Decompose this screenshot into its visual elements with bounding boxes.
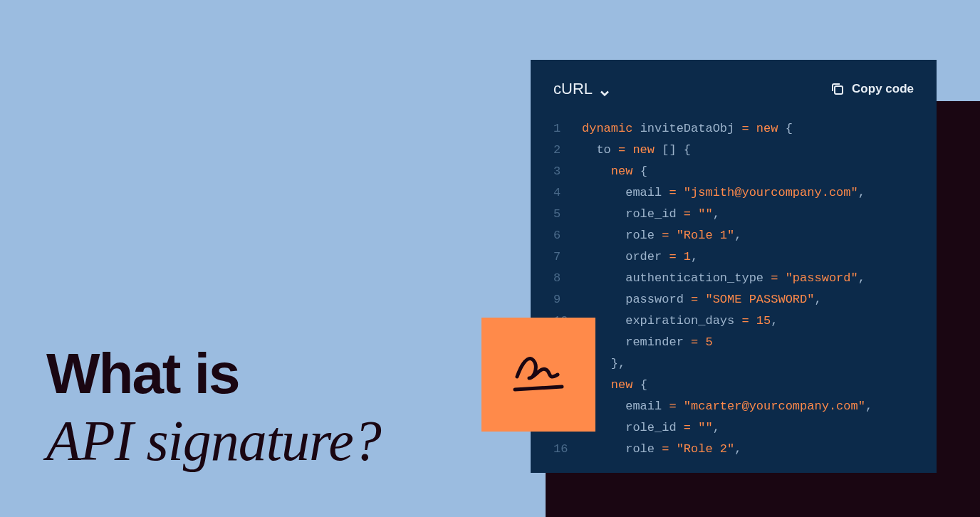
- code-line: 4 email = "jsmith@yourcompany.com",: [553, 182, 914, 204]
- code-line: 2 to = new [] {: [553, 140, 914, 161]
- language-label: cURL: [553, 80, 593, 98]
- code-line: 5 role_id = "",: [553, 204, 914, 225]
- line-number: 7: [553, 246, 582, 268]
- code-header: cURL Copy code: [531, 80, 937, 118]
- language-dropdown[interactable]: cURL: [553, 80, 610, 98]
- copy-label: Copy code: [852, 82, 914, 96]
- svg-rect-0: [835, 86, 843, 94]
- line-number: 2: [553, 140, 582, 161]
- code-line: 7 order = 1,: [553, 246, 914, 268]
- code-content: role = "Role 2",: [582, 439, 741, 460]
- signature-badge: [481, 318, 595, 432]
- page-heading: What is API signature?: [46, 345, 381, 474]
- code-content: order = 1,: [582, 246, 698, 268]
- code-content: expiration_days = 15,: [582, 310, 778, 332]
- code-line: 11 reminder = 5: [553, 332, 914, 353]
- line-number: 4: [553, 182, 582, 204]
- code-content: password = "SOME PASSWORD",: [582, 289, 822, 310]
- copy-code-button[interactable]: Copy code: [830, 82, 914, 96]
- line-number: 1: [553, 118, 582, 140]
- code-line: 10 expiration_days = 15,: [553, 310, 914, 332]
- code-content: authentication_type = "password",: [582, 268, 865, 289]
- line-number: 9: [553, 289, 582, 310]
- code-content: email = "jsmith@yourcompany.com",: [582, 182, 865, 204]
- code-line: 1dynamic inviteDataObj = new {: [553, 118, 914, 140]
- code-content: email = "mcarter@yourcompany.com",: [582, 396, 872, 417]
- code-content: role_id = "",: [582, 417, 720, 439]
- line-number: 16: [553, 439, 582, 460]
- heading-line-2: API signature?: [46, 408, 381, 474]
- code-line: 15 role_id = "",: [553, 417, 914, 439]
- code-line: 12 },: [553, 353, 914, 375]
- heading-line-1: What is: [46, 345, 381, 402]
- code-line: 13 new {: [553, 375, 914, 396]
- code-content: dynamic inviteDataObj = new {: [582, 118, 793, 140]
- chevron-down-icon: [600, 84, 610, 94]
- signature-icon: [506, 350, 570, 400]
- code-line: 6 role = "Role 1",: [553, 225, 914, 246]
- code-line: 14 email = "mcarter@yourcompany.com",: [553, 396, 914, 417]
- code-line: 8 authentication_type = "password",: [553, 268, 914, 289]
- code-line: 3 new {: [553, 161, 914, 182]
- code-line: 16 role = "Role 2",: [553, 439, 914, 460]
- code-content: role = "Role 1",: [582, 225, 741, 246]
- line-number: 3: [553, 161, 582, 182]
- line-number: 6: [553, 225, 582, 246]
- code-content: new {: [582, 161, 647, 182]
- code-line: 9 password = "SOME PASSWORD",: [553, 289, 914, 310]
- code-content: role_id = "",: [582, 204, 720, 225]
- line-number: 8: [553, 268, 582, 289]
- code-content: reminder = 5: [582, 332, 713, 353]
- code-content: to = new [] {: [582, 140, 691, 161]
- copy-icon: [830, 82, 845, 96]
- line-number: 5: [553, 204, 582, 225]
